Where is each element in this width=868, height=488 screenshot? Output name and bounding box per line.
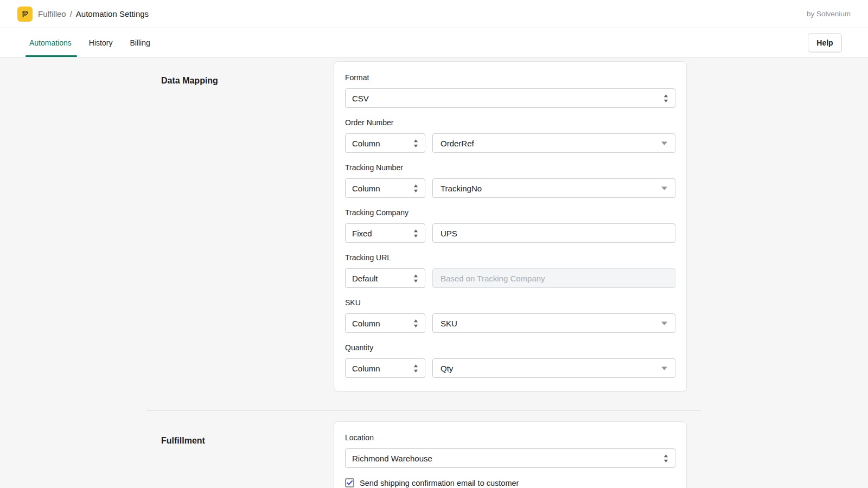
- tracking-company-input-value: UPS: [441, 229, 457, 238]
- quantity-column-value: Qty: [441, 364, 453, 373]
- sku-column-value: SKU: [441, 319, 457, 328]
- section-title-fulfillment: Fulfillment: [146, 421, 334, 446]
- tracking-number-column-dropdown[interactable]: TrackingNo: [432, 178, 675, 198]
- field-label: Quantity: [345, 343, 675, 352]
- fulfilleo-logo[interactable]: [17, 7, 33, 22]
- select-stepper-icon: [663, 94, 668, 102]
- check-icon: [347, 480, 353, 485]
- field-format: Format CSV: [345, 73, 675, 108]
- tab-history[interactable]: History: [87, 28, 115, 57]
- tab-billing[interactable]: Billing: [127, 28, 152, 57]
- breadcrumb-app-name: Fulfilleo: [38, 9, 66, 18]
- section-fulfillment: Fulfillment Location Richmond Warehouse: [146, 421, 701, 488]
- sku-mode-value: Column: [352, 319, 380, 328]
- caret-down-icon: [661, 367, 667, 370]
- tracking-number-mode-select[interactable]: Column: [345, 178, 425, 198]
- select-stepper-icon: [413, 229, 418, 237]
- field-label: Tracking Number: [345, 163, 675, 172]
- tracking-url-placeholder: Based on Tracking Company: [441, 274, 545, 283]
- tracking-company-mode-select[interactable]: Fixed: [345, 223, 425, 243]
- tracking-url-mode-select[interactable]: Default: [345, 268, 425, 288]
- location-select-value: Richmond Warehouse: [352, 454, 432, 463]
- order-number-column-value: OrderRef: [441, 139, 474, 148]
- select-stepper-icon: [413, 139, 418, 147]
- shipping-confirmation-label[interactable]: Send shipping confirmation email to cust…: [360, 479, 519, 487]
- section-divider: [146, 410, 701, 411]
- field-label: Tracking URL: [345, 253, 675, 262]
- section-title-data-mapping: Data Mapping: [146, 61, 334, 86]
- help-button[interactable]: Help: [808, 33, 842, 52]
- byline: by Solvenium: [807, 10, 851, 18]
- shipping-confirmation-checkbox-row[interactable]: Send shipping confirmation email to cust…: [345, 478, 675, 487]
- field-label: Order Number: [345, 118, 675, 127]
- fulfillment-card: Location Richmond Warehouse Send: [334, 421, 687, 488]
- format-select[interactable]: CSV: [345, 88, 675, 108]
- tracking-url-disabled-input: Based on Tracking Company: [432, 268, 675, 288]
- tracking-company-mode-value: Fixed: [352, 229, 372, 238]
- select-stepper-icon: [413, 319, 418, 328]
- field-tracking-company: Tracking Company Fixed UPS: [345, 208, 675, 243]
- sku-column-dropdown[interactable]: SKU: [432, 313, 675, 333]
- select-stepper-icon: [413, 364, 418, 373]
- order-number-mode-value: Column: [352, 139, 380, 148]
- breadcrumb-separator: /: [70, 9, 72, 18]
- quantity-mode-value: Column: [352, 364, 380, 373]
- caret-down-icon: [661, 322, 667, 325]
- caret-down-icon: [661, 187, 667, 190]
- order-number-column-dropdown[interactable]: OrderRef: [432, 133, 675, 153]
- order-number-mode-select[interactable]: Column: [345, 133, 425, 153]
- flag-play-icon: [20, 9, 30, 20]
- main-content: Data Mapping Format CSV Order Number: [0, 57, 868, 488]
- tracking-number-mode-value: Column: [352, 184, 380, 193]
- field-tracking-url: Tracking URL Default Based on Tracking C…: [345, 253, 675, 288]
- field-location: Location Richmond Warehouse: [345, 433, 675, 468]
- field-label: Tracking Company: [345, 208, 675, 217]
- tracking-number-column-value: TrackingNo: [441, 184, 482, 193]
- tracking-url-mode-value: Default: [352, 274, 378, 283]
- select-stepper-icon: [413, 274, 418, 282]
- tab-automations[interactable]: Automations: [27, 28, 74, 57]
- shipping-confirmation-checkbox[interactable]: [345, 478, 354, 487]
- field-label: Format: [345, 73, 675, 82]
- section-data-mapping: Data Mapping Format CSV Order Number: [146, 61, 701, 391]
- quantity-mode-select[interactable]: Column: [345, 358, 425, 378]
- data-mapping-card: Format CSV Order Number Column: [334, 61, 687, 391]
- tracking-company-text-input[interactable]: UPS: [432, 223, 675, 243]
- quantity-column-dropdown[interactable]: Qty: [432, 358, 675, 378]
- field-tracking-number: Tracking Number Column TrackingNo: [345, 163, 675, 198]
- field-quantity: Quantity Column Qty: [345, 343, 675, 378]
- caret-down-icon: [661, 142, 667, 145]
- select-stepper-icon: [413, 184, 418, 192]
- location-select[interactable]: Richmond Warehouse: [345, 448, 675, 468]
- format-select-value: CSV: [352, 94, 369, 103]
- tab-bar: Automations History Billing Help: [0, 28, 868, 57]
- select-stepper-icon: [663, 454, 668, 463]
- field-order-number: Order Number Column OrderRef: [345, 118, 675, 153]
- page-title: Automation Settings: [76, 9, 149, 18]
- field-label: Location: [345, 433, 675, 442]
- topbar: Fulfilleo / Automation Settings by Solve…: [0, 0, 868, 28]
- sku-mode-select[interactable]: Column: [345, 313, 425, 333]
- breadcrumb: Fulfilleo / Automation Settings: [38, 9, 149, 18]
- field-sku: SKU Column SKU: [345, 298, 675, 333]
- field-label: SKU: [345, 298, 675, 307]
